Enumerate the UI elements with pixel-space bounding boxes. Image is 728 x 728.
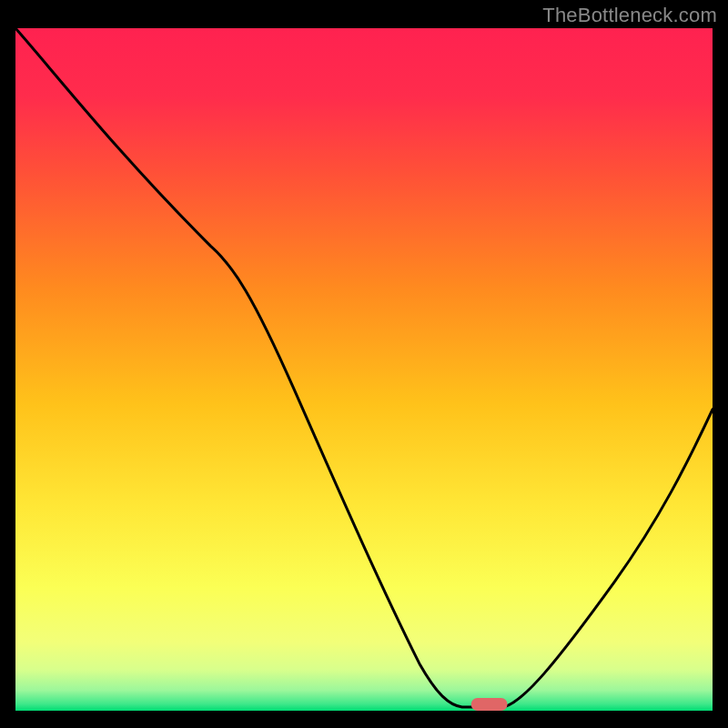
chart-svg (15, 28, 713, 711)
optimal-marker (471, 698, 508, 711)
chart-area (15, 27, 713, 712)
watermark-text: TheBottleneck.com (542, 4, 717, 27)
gradient-rect (15, 28, 713, 711)
